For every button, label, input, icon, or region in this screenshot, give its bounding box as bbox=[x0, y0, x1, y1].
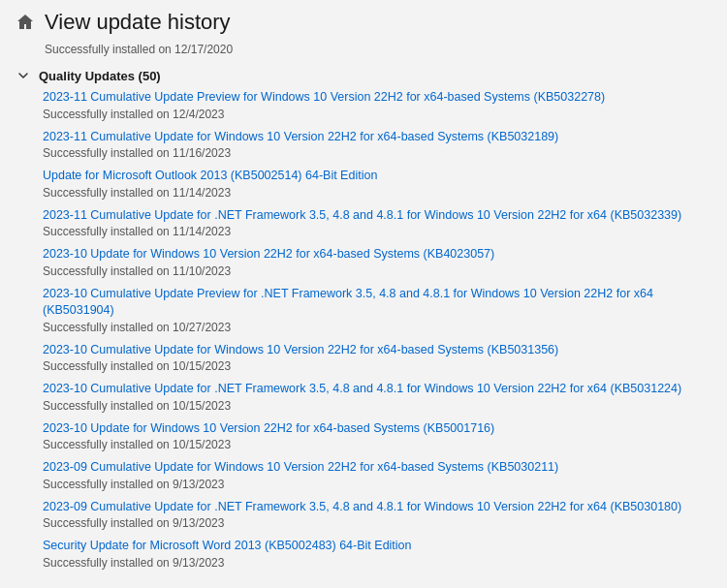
update-status: Successfully installed on 9/13/2023 bbox=[43, 478, 711, 491]
update-link[interactable]: 2023-10 Cumulative Update Preview for .N… bbox=[43, 286, 711, 320]
update-status: Successfully installed on 11/10/2023 bbox=[43, 264, 711, 278]
section-title: Quality Updates (50) bbox=[39, 69, 161, 83]
page-container: View update history Successfully install… bbox=[0, 0, 727, 588]
update-item: 2023-10 Update for Windows 10 Version 22… bbox=[43, 420, 711, 452]
update-status: Successfully installed on 9/13/2023 bbox=[43, 556, 711, 570]
update-link[interactable]: 2023-10 Update for Windows 10 Version 22… bbox=[43, 246, 711, 263]
update-status: Successfully installed on 12/4/2023 bbox=[43, 108, 711, 121]
quality-updates-section-header[interactable]: Quality Updates (50) bbox=[0, 62, 727, 89]
update-link[interactable]: 2023-10 Cumulative Update for Windows 10… bbox=[43, 342, 711, 359]
update-link[interactable]: 2023-10 Update for Windows 10 Version 22… bbox=[43, 420, 711, 438]
page-subtitle: Successfully installed on 12/17/2020 bbox=[0, 43, 727, 62]
updates-list: 2023-11 Cumulative Update Preview for Wi… bbox=[0, 89, 727, 588]
update-link[interactable]: 2023-11 Cumulative Update Preview for Wi… bbox=[43, 89, 711, 107]
page-header: View update history bbox=[0, 0, 727, 43]
update-link[interactable]: 2023-11 Cumulative Update for .NET Frame… bbox=[43, 207, 711, 225]
update-item: 2023-09 Cumulative Update for Windows 10… bbox=[43, 459, 711, 491]
update-item: Security Update for Microsoft Word 2013 … bbox=[43, 538, 711, 570]
update-status: Successfully installed on 11/14/2023 bbox=[43, 186, 711, 200]
update-item: 2023-11 Cumulative Update Preview for Wi… bbox=[43, 89, 711, 121]
update-item: 2023-10 Cumulative Update for .NET Frame… bbox=[43, 381, 711, 413]
update-item: 2023-10 Cumulative Update Preview for .N… bbox=[43, 286, 711, 334]
chevron-down-icon bbox=[16, 68, 31, 83]
update-status: Successfully installed on 11/16/2023 bbox=[43, 146, 711, 160]
update-status: Successfully installed on 10/15/2023 bbox=[43, 359, 711, 373]
update-item: 2023-10 Cumulative Update for Windows 10… bbox=[43, 342, 711, 374]
update-link[interactable]: 2023-09 Cumulative Update for Windows 10… bbox=[43, 459, 711, 477]
update-item: 2023-10 Update for Windows 10 Version 22… bbox=[43, 246, 711, 278]
home-icon bbox=[16, 13, 35, 32]
update-status: Successfully installed on 10/27/2023 bbox=[43, 321, 711, 334]
update-item: 2023-11 Cumulative Update for Windows 10… bbox=[43, 129, 711, 161]
update-item: Update for Microsoft Outlook 2013 (KB500… bbox=[43, 168, 711, 200]
update-status: Successfully installed on 10/15/2023 bbox=[43, 438, 711, 451]
page-title: View update history bbox=[45, 10, 231, 35]
update-status: Successfully installed on 11/14/2023 bbox=[43, 225, 711, 238]
update-link[interactable]: Security Update for Microsoft Word 2013 … bbox=[43, 538, 711, 555]
update-link[interactable]: 2023-09 Cumulative Update for .NET Frame… bbox=[43, 499, 711, 516]
update-link[interactable]: 2023-10 Cumulative Update for .NET Frame… bbox=[43, 381, 711, 398]
update-status: Successfully installed on 9/13/2023 bbox=[43, 516, 711, 530]
update-link[interactable]: 2023-11 Cumulative Update for Windows 10… bbox=[43, 129, 711, 146]
update-item: 2023-09 Cumulative Update for .NET Frame… bbox=[43, 499, 711, 531]
update-link[interactable]: Update for Microsoft Outlook 2013 (KB500… bbox=[43, 168, 711, 185]
update-status: Successfully installed on 10/15/2023 bbox=[43, 399, 711, 413]
update-item: 2023-11 Cumulative Update for .NET Frame… bbox=[43, 207, 711, 239]
